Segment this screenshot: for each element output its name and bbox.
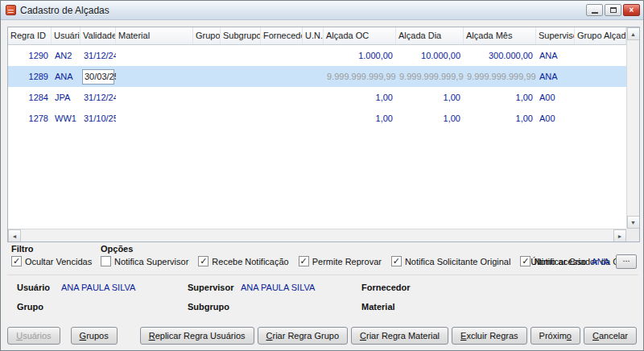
filter-options-panel: Filtro Opções ✓ Ocultar Vencidas ✓ Notif… (7, 244, 638, 273)
app-icon (6, 5, 16, 15)
criar-regra-grupo-button[interactable]: Criar Regra Grupo (258, 327, 349, 345)
window-controls: × (584, 4, 640, 16)
excluir-regras-button[interactable]: Excluir Regras (452, 327, 527, 345)
scroll-right-icon[interactable]: ► (613, 229, 626, 242)
scroll-up-icon[interactable]: ▲ (627, 27, 640, 40)
criar-regra-material-button[interactable]: Criar Regra Material (351, 327, 448, 345)
scroll-left-icon[interactable]: ◄ (8, 229, 21, 242)
dialog-cadastro-de-alcadas: Cadastro de Alçadas × Regra ID Usuário V… (0, 0, 644, 351)
cell-alcada-oc: 9.999.999.999,99 (324, 72, 396, 81)
checkbox-label: Recebe Notificação (212, 257, 288, 266)
column-header-grupo-alcada[interactable]: Grupo Alçada (575, 27, 626, 44)
cell-supervisor: ANA (536, 51, 575, 60)
browse-button[interactable]: ... (616, 254, 637, 269)
checkbox-label: Notifica Solicitante Original (405, 257, 510, 266)
cell-regra-id: 1278 (8, 114, 52, 123)
check-icon: ✓ (200, 257, 207, 266)
supervisor-value: ANA PAULA SILVA (241, 283, 315, 292)
cell-usuario: ANA (52, 72, 80, 81)
checkbox-notifica-solicitante-original[interactable]: ✓ Notifica Solicitante Original (391, 256, 510, 266)
validade-editor[interactable]: 30/03/25 (82, 69, 114, 85)
supervisor-label: Supervisor (188, 283, 233, 292)
minimize-icon (592, 12, 598, 14)
scrollbar-corner (626, 229, 639, 242)
replicar-regra-usuarios-button[interactable]: Replicar Regra Usuários (140, 327, 254, 345)
window-title: Cadastro de Alçadas (20, 5, 109, 16)
usuario-label: Usuário (17, 283, 50, 292)
checkbox-ocultar-vencidas[interactable]: ✓ Ocultar Vencidas (11, 256, 92, 266)
grupo-label: Grupo (17, 302, 43, 312)
material-label: Material (361, 302, 395, 312)
cell-alcada-oc: 1,00 (324, 114, 396, 123)
checkbox-permite-reprovar[interactable]: ✓ Permite Reprovar (299, 256, 382, 266)
column-header-alcada-oc[interactable]: Alçada OC (324, 27, 396, 44)
column-header-supervisor[interactable]: Supervisor (536, 27, 575, 44)
checkbox-label: Ocultar Vencidas (25, 257, 92, 266)
checkbox-label: Permite Reprovar (312, 257, 382, 266)
column-header-alcada-mes[interactable]: Alçada Mês (464, 27, 536, 44)
cell-alcada-dia: 1,00 (396, 114, 464, 123)
column-header-material[interactable]: Material (116, 27, 193, 44)
titlebar[interactable]: Cadastro de Alçadas × (1, 1, 643, 20)
column-header-validade[interactable]: Validade (80, 27, 116, 44)
maximize-button[interactable] (605, 4, 621, 16)
column-header-regra-id[interactable]: Regra ID (8, 27, 52, 44)
cell-alcada-oc: 1.000,00 (324, 51, 396, 60)
horizontal-scrollbar[interactable]: ◄ ► (8, 229, 626, 242)
cell-alcada-mes: 1,00 (464, 114, 536, 123)
table-row[interactable]: 1284 JPA 31/12/24 1,00 1,00 1,00 A00 (8, 87, 626, 108)
cell-regra-id: 1290 (8, 51, 52, 60)
checkbox-label: Notifica Supervisor (114, 257, 188, 266)
cell-supervisor: A00 (536, 114, 575, 123)
cancelar-button[interactable]: Cancelar (584, 327, 637, 345)
grid-header: Regra ID Usuário Validade Material Grupo… (8, 27, 626, 45)
check-icon: ✓ (300, 257, 308, 266)
grupos-button[interactable]: Grupos (71, 327, 118, 345)
cell-validade: 31/12/24 (80, 93, 116, 102)
maximize-icon (610, 7, 617, 13)
checkbox-box: ✓ (520, 256, 530, 266)
checkbox-box: ✓ (198, 256, 208, 266)
button-bar: Usuários Grupos Replicar Regra Usuários … (7, 326, 637, 345)
table-row[interactable]: 1289 ANA 30/03/25 9.999.999.999,99 9.999… (8, 66, 626, 87)
vertical-scrollbar[interactable]: ▲ ▼ (626, 27, 639, 229)
column-header-un[interactable]: U.N. (303, 27, 324, 44)
column-header-usuario[interactable]: Usuário (52, 27, 80, 44)
checkbox-notifica-supervisor[interactable]: ✓ Notifica Supervisor (101, 256, 188, 266)
cell-usuario: WW1 (52, 114, 80, 123)
grid-body: 1290 AN2 31/12/24 1.000,00 10.000,00 300… (8, 45, 626, 229)
checkbox-box: ✓ (11, 256, 22, 266)
column-header-alcada-dia[interactable]: Alçada Dia (396, 27, 464, 44)
cell-validade: 30/03/25 (80, 69, 116, 85)
close-button[interactable]: × (623, 4, 640, 16)
table-row[interactable]: 1278 WW1 31/10/25 1,00 1,00 1,00 A00 (8, 108, 626, 129)
table-row[interactable]: 1290 AN2 31/12/24 1.000,00 10.000,00 300… (8, 45, 626, 66)
column-header-fornecedor[interactable]: Fornecedor (261, 27, 303, 44)
cell-alcada-mes: 1,00 (464, 93, 536, 102)
ultimo-acesso-label: Último acesso (530, 257, 586, 266)
opcoes-section-title: Opções (101, 244, 133, 254)
cell-alcada-mes: 9.999.999.999,99 (464, 72, 536, 81)
cell-alcada-dia: 1,00 (396, 93, 464, 102)
cell-alcada-mes: 300.000,00 (464, 51, 536, 60)
usuarios-button: Usuários (7, 327, 60, 345)
filtro-section-title: Filtro (11, 244, 34, 254)
details-panel: Usuário ANA PAULA SILVA Supervisor ANA P… (7, 275, 638, 323)
scroll-down-icon[interactable]: ▼ (627, 216, 640, 229)
checkbox-box: ✓ (101, 256, 111, 266)
checkbox-recebe-notificacao[interactable]: ✓ Recebe Notificação (198, 256, 288, 266)
checkbox-box: ✓ (299, 256, 309, 266)
cell-alcada-dia: 9.999.999.999,99 (396, 72, 464, 81)
column-header-grupo[interactable]: Grupo (193, 27, 221, 44)
check-icon: ✓ (13, 257, 20, 266)
check-icon: ✓ (393, 257, 400, 266)
cell-alcada-oc: 1,00 (324, 93, 396, 102)
rules-grid: Regra ID Usuário Validade Material Grupo… (7, 27, 640, 242)
subgrupo-label: Subgrupo (188, 302, 229, 312)
column-header-subgrupo[interactable]: Subgrupo (221, 27, 261, 44)
cell-usuario: AN2 (52, 51, 80, 60)
cell-regra-id: 1289 (8, 72, 52, 81)
proximo-button[interactable]: Próximo (530, 327, 580, 345)
ultimo-acesso-value: ANA (591, 257, 609, 266)
minimize-button[interactable] (586, 4, 603, 16)
